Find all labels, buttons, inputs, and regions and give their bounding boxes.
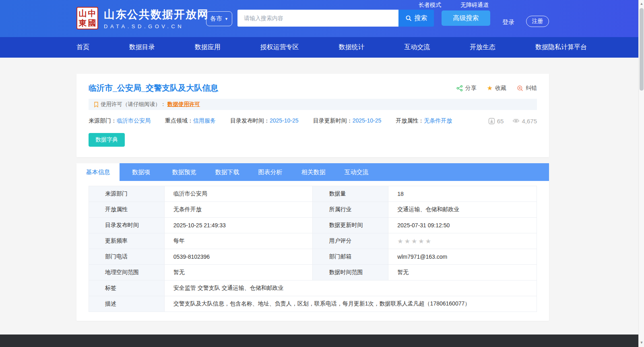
star-icon: ★ — [487, 84, 493, 92]
view-count: 4,675 — [512, 118, 537, 125]
site-header: 山 中 東 國 山东公共数据开放网 DATA.SD.GOV.CN 各市 ▼ 搜索… — [0, 0, 644, 37]
row-value: 暂无 — [164, 265, 313, 281]
favorite-label: 收藏 — [495, 85, 506, 92]
row-value: 2025-07-31 09:12:50 — [388, 218, 537, 233]
dataset-title: 临沂市_公安局_交警支队及大队信息 — [89, 83, 218, 94]
publish-date-value: 2025-10-25 — [270, 117, 299, 124]
row-value: 18 — [388, 186, 537, 202]
source-department-link[interactable]: 临沂市公安局 — [117, 117, 151, 124]
dataset-detail-card: 基本信息 数据项 数据预览 数据下载 图表分析 相关数据 互动交流 来源部门 临… — [76, 163, 549, 321]
city-dropdown-label: 各市 — [210, 15, 222, 23]
row-value: 2025-10-25 21:49:33 — [164, 218, 313, 233]
site-logo[interactable]: 山 中 東 國 山东公共数据开放网 DATA.SD.GOV.CN — [76, 7, 209, 29]
tab-related-data[interactable]: 相关数据 — [292, 163, 335, 181]
license-bar: 使用许可（请仔细阅读）： 数据使用许可 — [89, 99, 537, 110]
table-row: 目录发布时间 2025-10-25 21:49:33 数据更新时间 2025-0… — [89, 218, 537, 233]
row-value: 0539-8102396 — [164, 249, 313, 265]
nav-item-interaction[interactable]: 互动交流 — [404, 43, 430, 52]
row-label: 更新频率 — [89, 233, 165, 249]
dataset-meta-row: 来源部门：临沂市公安局 重点领域：信用服务 目录发布时间：2025-10-25 … — [89, 117, 537, 125]
row-label: 用户评分 — [313, 233, 388, 249]
login-link[interactable]: 登录 — [502, 19, 514, 26]
error-correction-label: 纠错 — [526, 85, 537, 92]
nav-item-data-apps[interactable]: 数据应用 — [195, 43, 221, 52]
row-label: 数据量 — [313, 186, 388, 202]
row-label: 开放属性 — [89, 202, 165, 218]
city-dropdown[interactable]: 各市 ▼ — [206, 11, 232, 26]
row-label: 描述 — [89, 296, 165, 312]
row-value: wlm7971@163.com — [388, 249, 537, 265]
row-label: 数据更新时间 — [313, 218, 388, 233]
search-input[interactable] — [237, 10, 398, 27]
tab-data-download[interactable]: 数据下载 — [206, 163, 249, 181]
site-name: 山东公共数据开放网 — [104, 7, 209, 22]
nav-item-authorized-operation[interactable]: 授权运营专区 — [260, 43, 299, 52]
row-label: 目录发布时间 — [89, 218, 165, 233]
main-nav: 首页 数据目录 数据应用 授权运营专区 数据统计 互动交流 开放生态 数据隐私计… — [0, 37, 644, 58]
tab-bar: 基本信息 数据项 数据预览 数据下载 图表分析 相关数据 互动交流 — [76, 163, 549, 181]
row-value: 每年 — [164, 233, 313, 249]
table-row: 标签 安全监管 交警支队 交通运输、仓储和邮政业 — [89, 281, 537, 296]
nav-item-data-catalog[interactable]: 数据目录 — [129, 43, 155, 52]
row-label: 来源部门 — [89, 186, 165, 202]
meta-label: 来源部门： — [89, 117, 117, 124]
user-rating-stars[interactable]: ★★★★★ — [388, 233, 537, 249]
nav-item-privacy-computing[interactable]: 数据隐私计算平台 — [535, 43, 587, 52]
chevron-down-icon: ▼ — [225, 17, 228, 21]
dataset-summary-card: 临沂市_公安局_交警支队及大队信息 分享 ★ 收藏 — [76, 74, 549, 157]
tab-data-items[interactable]: 数据项 — [120, 163, 163, 181]
advanced-search-button[interactable]: 高级搜索 — [442, 10, 490, 26]
row-value: 交通运输、仓储和邮政业 — [388, 202, 537, 218]
basic-info-table: 来源部门 临沂市公安局 数据量 18 开放属性 无条件开放 所属行业 交通运输、… — [89, 186, 537, 312]
row-label: 数据时间范围 — [313, 265, 388, 281]
meta-label: 开放属性： — [396, 117, 424, 124]
row-value: 无条件开放 — [164, 202, 313, 218]
main-content: 临沂市_公安局_交警支队及大队信息 分享 ★ 收藏 — [0, 58, 644, 335]
meta-label: 目录更新时间： — [313, 117, 353, 124]
tab-interaction[interactable]: 互动交流 — [335, 163, 378, 181]
vertical-scrollbar[interactable]: ▲ ▼ — [638, 0, 644, 347]
download-count-value: 65 — [497, 118, 504, 125]
row-label: 地理空间范围 — [89, 265, 165, 281]
tags-value: 安全监管 交警支队 交通运输、仓储和邮政业 — [164, 281, 537, 296]
row-label: 标签 — [89, 281, 165, 296]
search-icon — [405, 15, 412, 21]
download-count: 65 — [488, 118, 504, 125]
share-label: 分享 — [465, 85, 477, 92]
search-button-label: 搜索 — [415, 14, 427, 23]
favorite-button[interactable]: ★ 收藏 — [487, 84, 506, 92]
license-prefix: 使用许可（请仔细阅读）： — [101, 101, 166, 108]
error-correction-button[interactable]: 纠错 — [517, 84, 537, 92]
tab-chart-analysis[interactable]: 图表分析 — [249, 163, 292, 181]
tab-data-preview[interactable]: 数据预览 — [163, 163, 206, 181]
nav-item-open-ecosystem[interactable]: 开放生态 — [470, 43, 495, 52]
row-label: 所属行业 — [313, 202, 388, 218]
site-domain: DATA.SD.GOV.CN — [104, 23, 209, 29]
tab-basic-info[interactable]: 基本信息 — [76, 163, 120, 181]
scrollbar-thumb[interactable] — [640, 8, 644, 91]
data-dictionary-button[interactable]: 数据字典 — [89, 133, 125, 147]
table-row: 更新频率 每年 用户评分 ★★★★★ — [89, 233, 537, 249]
scrollbar-down-arrow-icon[interactable]: ▼ — [639, 340, 644, 345]
eye-icon — [512, 118, 520, 124]
open-attribute-link[interactable]: 无条件开放 — [424, 117, 452, 124]
table-row: 地理空间范围 暂无 数据时间范围 暂无 — [89, 265, 537, 281]
key-domain-link[interactable]: 信用服务 — [193, 117, 216, 124]
row-value: 临沂市公安局 — [164, 186, 313, 202]
nav-item-data-statistics[interactable]: 数据统计 — [339, 43, 364, 52]
elder-mode-link[interactable]: 长者模式 — [419, 2, 441, 9]
shandong-seal-icon: 山 中 東 國 — [76, 7, 98, 29]
register-button[interactable]: 注册 — [526, 16, 549, 27]
seal-char: 山 — [78, 8, 87, 18]
nav-item-home[interactable]: 首页 — [76, 43, 89, 52]
search-box: 搜索 — [237, 10, 434, 27]
row-label: 部门邮箱 — [313, 249, 388, 265]
license-link[interactable]: 数据使用许可 — [167, 101, 200, 108]
share-button[interactable]: 分享 — [456, 84, 477, 92]
download-icon — [488, 118, 495, 125]
table-row: 部门电话 0539-8102396 部门邮箱 wlm7971@163.com — [89, 249, 537, 265]
bookmark-icon — [93, 102, 99, 108]
accessibility-link[interactable]: 无障碍通道 — [460, 2, 489, 9]
search-button[interactable]: 搜索 — [398, 10, 434, 27]
scrollbar-up-arrow-icon[interactable]: ▲ — [639, 1, 644, 6]
